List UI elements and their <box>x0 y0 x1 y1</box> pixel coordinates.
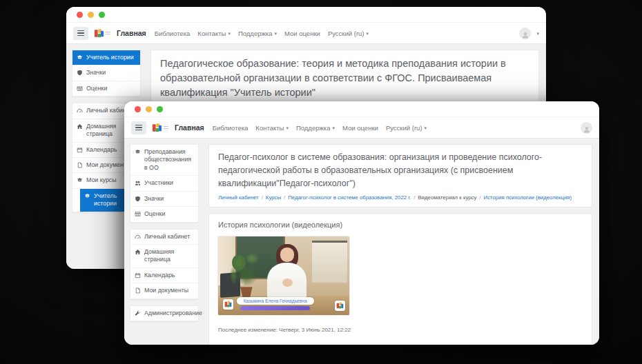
lecturer-hands <box>282 279 293 287</box>
dashboard-icon <box>77 108 83 114</box>
menu-toggle-button[interactable] <box>131 121 146 134</box>
lecturer-role-banner <box>240 306 310 310</box>
site-logo-icon <box>152 123 168 133</box>
sidebar-item-grades[interactable]: Оценки <box>72 81 140 96</box>
front-browser-window: Главная Библиотека Контакты▾ Поддержка▾ … <box>124 101 599 345</box>
chevron-down-icon: ▾ <box>274 31 277 36</box>
nav-support-link[interactable]: Поддержка▾ <box>296 124 335 132</box>
breadcrumb-separator: / <box>479 194 480 201</box>
chevron-down-icon: ▾ <box>367 31 369 36</box>
sidebar-item-label: Значки <box>86 69 106 77</box>
close-window-button[interactable] <box>135 106 141 112</box>
sidebar-item-documents[interactable]: Мои документы <box>130 283 198 298</box>
sidebar-item-label: Мои курсы <box>86 176 117 184</box>
breadcrumb-separator: / <box>414 194 415 201</box>
desktop-background: Главная Библиотека Контакты▾ Поддержка▾ … <box>0 0 642 364</box>
table-icon <box>77 85 83 92</box>
minimize-window-button[interactable] <box>88 12 94 18</box>
sidebar-site-group: Личный кабинет Домашняя страница Календа… <box>130 229 199 299</box>
course-header-card: Педагог-психолог в системе образования: … <box>208 144 592 208</box>
sidebar-item-badges[interactable]: Значки <box>72 65 140 81</box>
chevron-down-icon: ▾ <box>228 31 231 36</box>
lecturer-name-banner: Казьмина Елена Геннадьевна <box>237 297 314 305</box>
sidebar-item-participants[interactable]: Участники <box>130 176 198 191</box>
sidebar-item-label: Мои документы <box>144 287 188 294</box>
user-avatar[interactable] <box>581 122 592 134</box>
fullscreen-window-button[interactable] <box>157 106 163 112</box>
nav-language-link[interactable]: Русский (ru)▾ <box>386 124 427 132</box>
file-icon <box>135 287 141 294</box>
nav-home-link[interactable]: Главная <box>175 123 204 132</box>
sidebar-course-group: Преподавания обществознания в ОО Участни… <box>130 144 199 223</box>
nav-contacts-link[interactable]: Контакты▾ <box>197 30 231 37</box>
hamburger-icon <box>77 30 84 37</box>
nav-home-link[interactable]: Главная <box>117 29 146 37</box>
nav-grades-link[interactable]: Мои оценки <box>284 30 320 37</box>
nav-support-link[interactable]: Поддержка▾ <box>238 30 277 37</box>
sidebar: Преподавания обществознания в ОО Участни… <box>124 139 202 327</box>
main-menu: Библиотека Контакты▾ Поддержка▾ Мои оцен… <box>213 124 427 132</box>
user-menu-caret-icon[interactable]: ▾ <box>536 31 539 36</box>
menu-toggle-button[interactable] <box>73 27 88 40</box>
last-modified-text: Последнее изменение: Четверг, 3 Июнь 202… <box>218 327 583 333</box>
window-titlebar <box>124 101 599 117</box>
projector-screen <box>312 241 347 283</box>
close-window-button[interactable] <box>77 12 83 18</box>
breadcrumb-courses-link[interactable]: Курсы <box>266 194 281 201</box>
graduation-cap-icon <box>77 54 83 61</box>
breadcrumb-separator: / <box>284 194 285 201</box>
page-title: Педагог-психолог в системе образования: … <box>218 151 583 190</box>
sidebar-item-badges[interactable]: Значки <box>130 192 198 207</box>
breadcrumb-activity-link[interactable]: История психологии (видеолекция) <box>484 194 572 201</box>
calendar-icon <box>77 147 83 153</box>
nav-language-link[interactable]: Русский (ru)▾ <box>328 30 369 37</box>
nav-contacts-link[interactable]: Контакты▾ <box>255 124 289 132</box>
sidebar-item-label: Оценки <box>144 210 165 218</box>
sidebar-item-label: Оценки <box>86 85 107 92</box>
sidebar-item-grades[interactable]: Оценки <box>130 207 198 221</box>
lowerthird-logo-icon <box>223 299 233 310</box>
sidebar-item-label: Администрирование <box>144 310 202 317</box>
sidebar-item-label: Календарь <box>144 272 175 279</box>
sidebar-item-calendar[interactable]: Календарь <box>130 268 198 283</box>
sidebar-item-home[interactable]: Домашняя страница <box>130 245 198 268</box>
fullscreen-window-button[interactable] <box>99 12 105 18</box>
shield-icon <box>135 196 141 202</box>
page-body: Преподавания обществознания в ОО Участни… <box>124 139 599 345</box>
users-icon <box>135 180 141 186</box>
minimize-window-button[interactable] <box>146 106 152 112</box>
sidebar-item-label: Участники <box>144 179 173 187</box>
sidebar-item-label: Домашняя страница <box>144 248 194 264</box>
potted-plant <box>227 249 264 292</box>
window-titlebar <box>66 7 546 22</box>
shield-icon <box>77 70 83 76</box>
video-thumbnail[interactable]: Казьмина Елена Геннадьевна <box>218 236 349 315</box>
chevron-down-icon: ▾ <box>286 125 289 130</box>
breadcrumb-separator: / <box>262 194 263 201</box>
hamburger-icon <box>135 125 142 131</box>
home-icon <box>77 123 83 130</box>
sidebar-item-dashboard[interactable]: Личный кабинет <box>130 230 198 245</box>
sidebar-item-label: Личный кабинет <box>144 233 190 241</box>
home-icon <box>135 249 141 255</box>
sidebar-item-course-social-studies[interactable]: Преподавания обществознания в ОО <box>130 145 198 176</box>
nav-grades-link[interactable]: Мои оценки <box>342 124 378 132</box>
sidebar-item-course-history-teacher[interactable]: Учитель истории <box>72 50 140 65</box>
sidebar-item-administration[interactable]: Администрирование <box>130 306 198 321</box>
wrench-icon <box>135 310 141 316</box>
graduation-cap-icon <box>84 193 90 199</box>
breadcrumb-dashboard-link[interactable]: Личный кабинет <box>218 194 259 201</box>
chevron-down-icon: ▾ <box>332 125 335 130</box>
page-title: Педагогическое образование: теория и мет… <box>160 57 529 100</box>
graduation-cap-icon <box>135 149 141 155</box>
sidebar-admin-group: Администрирование <box>130 305 199 321</box>
activity-title: История психологии (видеолекция) <box>218 221 583 229</box>
breadcrumb-course-link[interactable]: Педагог-психолог в системе образования, … <box>288 194 411 201</box>
nav-library-link[interactable]: Библиотека <box>155 30 191 37</box>
site-logo-icon <box>94 28 110 39</box>
nav-library-link[interactable]: Библиотека <box>213 124 249 132</box>
activity-content-card: История психологии (видеолекция) <box>208 213 592 345</box>
breadcrumb: Личный кабинет / Курсы / Педагог-психоло… <box>218 194 583 202</box>
user-avatar[interactable] <box>519 28 531 39</box>
breadcrumb-section: Видеоматериал к курсу <box>418 194 476 201</box>
